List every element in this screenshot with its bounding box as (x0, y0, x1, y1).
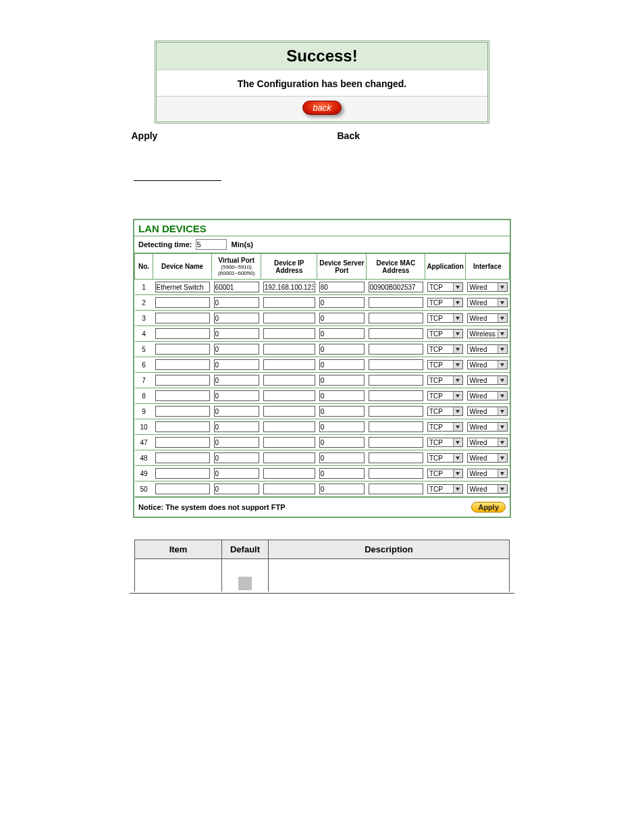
ip-input[interactable] (263, 406, 315, 417)
device-name-input[interactable] (155, 406, 210, 417)
mac-input[interactable] (369, 421, 423, 432)
virtual-port-input[interactable] (214, 484, 259, 494)
ip-input[interactable] (263, 421, 315, 432)
mac-input[interactable] (369, 282, 423, 292)
application-select[interactable]: TCP (427, 469, 464, 478)
application-select[interactable]: TCP (427, 407, 464, 416)
ip-input[interactable] (263, 468, 315, 479)
server-port-input[interactable] (319, 406, 365, 417)
virtual-port-input[interactable] (214, 328, 259, 339)
interface-select[interactable]: Wired (467, 344, 507, 354)
application-select[interactable]: TCP (427, 360, 464, 369)
detecting-time-input[interactable] (196, 239, 227, 250)
application-select[interactable]: TCP (427, 453, 464, 463)
interface-select[interactable]: Wired (467, 282, 507, 292)
mac-input[interactable] (369, 359, 423, 370)
interface-select[interactable]: Wired (467, 298, 507, 307)
virtual-port-input[interactable] (214, 375, 259, 386)
interface-select[interactable]: Wired (467, 438, 507, 447)
virtual-port-input[interactable] (214, 359, 259, 370)
ip-input[interactable] (263, 484, 315, 494)
mac-input[interactable] (369, 437, 423, 448)
interface-select[interactable]: Wired (467, 484, 507, 494)
application-select[interactable]: TCP (427, 298, 464, 307)
interface-select[interactable]: Wired (467, 407, 507, 416)
ip-input[interactable] (263, 390, 315, 401)
device-name-input[interactable] (155, 421, 210, 432)
device-name-input[interactable] (155, 282, 210, 292)
server-port-input[interactable] (319, 359, 365, 370)
mac-input[interactable] (369, 406, 423, 417)
virtual-port-input[interactable] (214, 452, 259, 463)
server-port-input[interactable] (319, 390, 365, 401)
device-name-input[interactable] (155, 468, 210, 479)
server-port-input[interactable] (319, 328, 365, 339)
interface-select[interactable]: Wired (467, 469, 507, 478)
server-port-input[interactable] (319, 313, 365, 323)
interface-select[interactable]: Wired (467, 313, 507, 323)
ip-input[interactable] (263, 375, 315, 386)
device-name-input[interactable] (155, 313, 210, 323)
device-name-input[interactable] (155, 452, 210, 463)
application-select[interactable]: TCP (427, 438, 464, 447)
ip-input[interactable] (263, 313, 315, 323)
back-button[interactable]: back (302, 101, 341, 115)
interface-select[interactable]: Wired (467, 360, 507, 369)
virtual-port-input[interactable] (214, 468, 259, 479)
virtual-port-input[interactable] (214, 313, 259, 323)
application-select[interactable]: TCP (427, 422, 464, 432)
application-select[interactable]: TCP (427, 484, 464, 494)
interface-select[interactable]: Wired (467, 391, 507, 400)
virtual-port-input[interactable] (214, 421, 259, 432)
server-port-input[interactable] (319, 421, 365, 432)
ip-input[interactable] (263, 297, 315, 308)
ip-input[interactable] (263, 437, 315, 448)
mac-input[interactable] (369, 390, 423, 401)
server-port-input[interactable] (319, 282, 365, 292)
interface-select[interactable]: Wired (467, 453, 507, 463)
device-name-input[interactable] (155, 437, 210, 448)
virtual-port-input[interactable] (214, 437, 259, 448)
application-select[interactable]: TCP (427, 329, 464, 338)
ip-input[interactable] (263, 344, 315, 355)
virtual-port-input[interactable] (214, 297, 259, 308)
application-select[interactable]: TCP (427, 282, 464, 292)
interface-select[interactable]: Wireless (467, 329, 507, 338)
mac-input[interactable] (369, 344, 423, 355)
ip-input[interactable] (263, 359, 315, 370)
interface-select[interactable]: Wired (467, 422, 507, 432)
device-name-input[interactable] (155, 484, 210, 494)
server-port-input[interactable] (319, 452, 365, 463)
mac-input[interactable] (369, 452, 423, 463)
device-name-input[interactable] (155, 344, 210, 355)
server-port-input[interactable] (319, 468, 365, 479)
virtual-port-input[interactable] (214, 390, 259, 401)
server-port-input[interactable] (319, 297, 365, 308)
apply-button[interactable]: Apply (471, 502, 506, 513)
virtual-port-input[interactable] (214, 406, 259, 417)
mac-input[interactable] (369, 468, 423, 479)
mac-input[interactable] (369, 484, 423, 494)
server-port-input[interactable] (319, 437, 365, 448)
mac-input[interactable] (369, 313, 423, 323)
ip-input[interactable] (263, 328, 315, 339)
interface-select[interactable]: Wired (467, 375, 507, 385)
application-select[interactable]: TCP (427, 391, 464, 400)
virtual-port-input[interactable] (214, 344, 259, 355)
mac-input[interactable] (369, 328, 423, 339)
device-name-input[interactable] (155, 328, 210, 339)
mac-input[interactable] (369, 375, 423, 386)
ip-input[interactable] (263, 282, 315, 292)
application-select[interactable]: TCP (427, 313, 464, 323)
device-name-input[interactable] (155, 297, 210, 308)
server-port-input[interactable] (319, 344, 365, 355)
application-select[interactable]: TCP (427, 344, 464, 354)
ip-input[interactable] (263, 452, 315, 463)
virtual-port-input[interactable] (214, 282, 259, 292)
device-name-input[interactable] (155, 375, 210, 386)
server-port-input[interactable] (319, 484, 365, 494)
application-select[interactable]: TCP (427, 375, 464, 385)
server-port-input[interactable] (319, 375, 365, 386)
device-name-input[interactable] (155, 359, 210, 370)
mac-input[interactable] (369, 297, 423, 308)
